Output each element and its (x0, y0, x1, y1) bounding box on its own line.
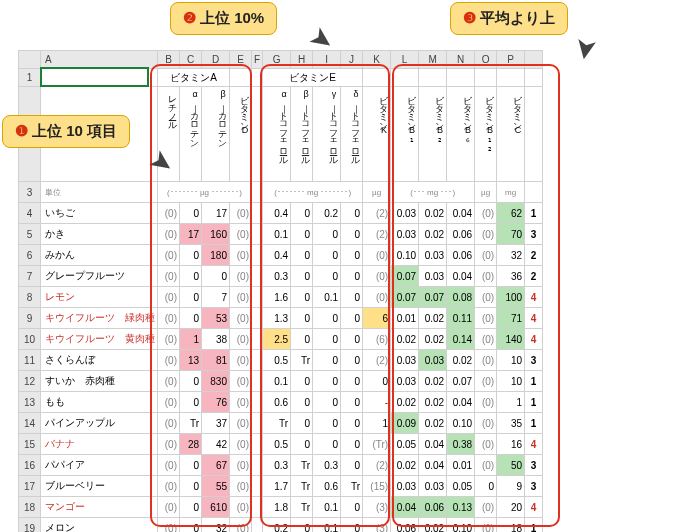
cell[interactable]: (0) (475, 497, 497, 518)
row-header[interactable]: 19 (19, 518, 41, 533)
cell[interactable]: 0 (363, 371, 391, 392)
cell[interactable]: 1 (363, 413, 391, 434)
cell[interactable]: 16 (497, 434, 525, 455)
cell[interactable]: 0 (202, 266, 230, 287)
cell[interactable]: (0) (230, 287, 252, 308)
cell[interactable]: 0 (313, 329, 341, 350)
cell[interactable]: 0.03 (391, 203, 419, 224)
cell[interactable]: ビタミンB₁ (391, 87, 419, 182)
cell[interactable]: 2.5 (263, 329, 291, 350)
cell[interactable] (252, 371, 263, 392)
cell[interactable]: 0 (341, 455, 363, 476)
cell-count[interactable]: 4 (525, 287, 543, 308)
cell[interactable]: 0.10 (391, 245, 419, 266)
cell[interactable]: 0 (291, 329, 313, 350)
cell[interactable] (252, 476, 263, 497)
cell[interactable]: 0.1 (263, 371, 291, 392)
cell[interactable]: 20 (497, 497, 525, 518)
cell[interactable]: Tr (180, 413, 202, 434)
cell[interactable]: 0.04 (391, 497, 419, 518)
cell[interactable]: 0.01 (447, 455, 475, 476)
row-header[interactable]: 11 (19, 350, 41, 371)
cell[interactable]: (Tr) (363, 434, 391, 455)
cell[interactable]: (0) (158, 224, 180, 245)
cell[interactable]: 0.02 (391, 392, 419, 413)
cell[interactable] (475, 69, 497, 87)
cell[interactable]: 0 (180, 455, 202, 476)
cell[interactable]: 0.03 (391, 371, 419, 392)
cell[interactable]: 0.07 (391, 266, 419, 287)
cell[interactable]: 28 (180, 434, 202, 455)
cell[interactable]: Tr (263, 413, 291, 434)
cell[interactable]: 62 (497, 203, 525, 224)
row-header[interactable]: 13 (19, 392, 41, 413)
cell[interactable]: (3) (363, 497, 391, 518)
col-header[interactable]: D (202, 51, 230, 69)
col-header[interactable]: E (230, 51, 252, 69)
cell[interactable]: (0) (158, 476, 180, 497)
col-header[interactable]: G (263, 51, 291, 69)
cell[interactable]: 0.3 (263, 266, 291, 287)
cell-name[interactable]: グレープフルーツ (41, 266, 158, 287)
cell[interactable]: - (363, 392, 391, 413)
cell[interactable]: (0) (230, 371, 252, 392)
cell[interactable] (252, 287, 263, 308)
cell[interactable]: (0) (475, 266, 497, 287)
cell[interactable]: 0 (291, 203, 313, 224)
cell[interactable]: 9 (497, 476, 525, 497)
cell[interactable] (252, 350, 263, 371)
cell[interactable]: γ｜トコフェロール (313, 87, 341, 182)
cell[interactable] (252, 245, 263, 266)
cell[interactable]: 0.03 (419, 245, 447, 266)
cell[interactable] (525, 69, 543, 87)
cell[interactable]: 0 (341, 245, 363, 266)
cell[interactable]: 0.10 (447, 518, 475, 533)
cell[interactable]: 6 (363, 308, 391, 329)
row-header[interactable]: 12 (19, 371, 41, 392)
cell[interactable]: (0) (475, 308, 497, 329)
cell[interactable]: 0.09 (391, 413, 419, 434)
cell[interactable] (252, 497, 263, 518)
cell[interactable]: 0.6 (313, 476, 341, 497)
cell[interactable]: 0.4 (263, 245, 291, 266)
row-header[interactable]: 5 (19, 224, 41, 245)
cell-name[interactable]: パパイア (41, 455, 158, 476)
cell[interactable]: 0.13 (447, 497, 475, 518)
cell[interactable]: α｜トコフェロール (263, 87, 291, 182)
cell[interactable]: (0) (230, 224, 252, 245)
cell[interactable]: 0.14 (447, 329, 475, 350)
cell[interactable]: (2) (363, 224, 391, 245)
cell[interactable]: (0) (230, 392, 252, 413)
cell[interactable]: (0) (475, 224, 497, 245)
cell[interactable]: Tr (291, 350, 313, 371)
cell[interactable]: (0) (475, 203, 497, 224)
corner-cell[interactable] (19, 51, 41, 69)
cell[interactable]: 1.6 (263, 287, 291, 308)
cell[interactable]: 50 (497, 455, 525, 476)
cell[interactable] (447, 69, 475, 87)
cell[interactable]: 0.02 (391, 455, 419, 476)
cell[interactable]: (15) (363, 476, 391, 497)
cell-name[interactable]: パインアップル (41, 413, 158, 434)
cell[interactable]: 0 (313, 350, 341, 371)
cell[interactable]: 0 (291, 245, 313, 266)
cell[interactable]: 0 (341, 413, 363, 434)
cell[interactable]: Tr (341, 476, 363, 497)
cell[interactable]: 13 (180, 350, 202, 371)
cell-count[interactable]: 4 (525, 497, 543, 518)
cell[interactable] (252, 308, 263, 329)
cell[interactable]: 0.06 (391, 518, 419, 533)
cell[interactable]: (0) (475, 434, 497, 455)
cell[interactable]: (0) (158, 245, 180, 266)
cell[interactable]: 0 (291, 392, 313, 413)
cell[interactable]: 0.1 (313, 497, 341, 518)
cell[interactable]: (0) (230, 476, 252, 497)
cell[interactable]: (0) (158, 329, 180, 350)
cell[interactable]: (0) (230, 203, 252, 224)
cell[interactable]: 32 (497, 245, 525, 266)
cell[interactable]: 55 (202, 476, 230, 497)
cell[interactable]: 0 (180, 371, 202, 392)
row-header[interactable]: 1 (19, 69, 41, 87)
cell-count[interactable]: 4 (525, 434, 543, 455)
cell[interactable] (230, 69, 252, 87)
